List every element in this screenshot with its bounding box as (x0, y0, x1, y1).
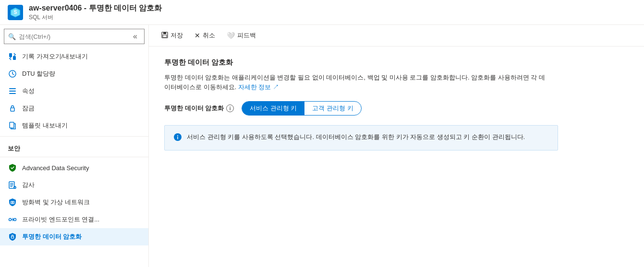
tde-key-toggle-group: 서비스 관리형 키 고객 관리형 키 (242, 101, 361, 116)
svg-rect-23 (163, 35, 167, 37)
cancel-button[interactable]: ✕ 취소 (190, 29, 220, 42)
lock-icon (8, 104, 17, 113)
svg-rect-17 (13, 201, 14, 204)
search-input[interactable] (19, 33, 130, 40)
sidebar-item-import-export[interactable]: 기록 가져오기/내보내기 (0, 48, 148, 65)
tde-sidebar-icon (8, 232, 17, 242)
info-message-box: 서비스 관리형 키를 사용하도록 선택했습니다. 데이터베이스 암호화를 위한 … (164, 125, 558, 151)
import-export-icon (8, 52, 17, 61)
external-link-icon: ↗ (273, 83, 279, 91)
save-button[interactable]: 저장 (157, 29, 188, 42)
sidebar: 🔍 « 기록 가져오기/내보내기 DTU 할당량 속성 (0, 25, 149, 267)
svg-rect-16 (12, 201, 12, 204)
svg-rect-12 (10, 185, 13, 186)
search-icon: 🔍 (8, 33, 16, 40)
tde-options-row: 투명한 데이터 암호화 i 서비스 관리형 키 고객 관리형 키 (164, 101, 629, 116)
firewall-icon (8, 197, 17, 207)
audit-icon (8, 180, 17, 190)
header: S aw-server0406 - 투명한 데이터 암호화 SQL 서버 (0, 0, 644, 25)
learn-more-link[interactable]: 자세한 정보 ↗ (238, 83, 279, 91)
feedback-label: 피드백 (237, 31, 256, 40)
content-area: 저장 ✕ 취소 🤍 피드백 투명한 데이터 암호화 투명한 데이터 암호화는 애… (149, 25, 644, 267)
sidebar-item-label: 템플릿 내보내기 (22, 121, 68, 130)
svg-rect-2 (9, 53, 12, 57)
sidebar-item-tde[interactable]: 투명한 데이터 암호화 (0, 228, 148, 245)
sidebar-item-properties[interactable]: 속성 (0, 82, 148, 100)
sidebar-item-label: DTU 할당량 (22, 70, 55, 78)
customer-managed-key-button[interactable]: 고객 관리형 키 (304, 102, 361, 115)
properties-icon (8, 86, 17, 96)
private-endpoint-icon (8, 215, 17, 224)
svg-rect-13 (10, 186, 12, 187)
sidebar-divider (0, 136, 148, 137)
sidebar-item-label: 방화벽 및 가상 네트워크 (22, 198, 90, 207)
svg-rect-8 (11, 108, 14, 111)
sidebar-item-label: 기록 가져오기/내보내기 (22, 52, 88, 61)
sidebar-item-audit[interactable]: 감사 (0, 176, 148, 194)
collapse-sidebar-button[interactable]: « (130, 31, 140, 42)
sidebar-item-label: 프라이빗 엔드포인트 연결... (22, 215, 99, 224)
sidebar-item-label: 속성 (22, 87, 35, 95)
service-managed-key-button[interactable]: 서비스 관리형 키 (242, 102, 304, 115)
search-box: 🔍 « (4, 29, 145, 44)
cancel-label: 취소 (203, 31, 215, 40)
dtu-icon (8, 69, 17, 79)
info-message-text: 서비스 관리형 키를 사용하도록 선택했습니다. 데이터베이스 암호화를 위한 … (187, 132, 525, 142)
description-text: 투명한 데이터 암호화는 애플리케이션을 변경할 필요 없이 데이터베이스, 백… (164, 74, 545, 91)
azure-sql-icon: S (8, 5, 23, 20)
advanced-data-security-icon (8, 163, 17, 173)
svg-point-26 (177, 135, 178, 136)
svg-rect-25 (177, 137, 178, 139)
header-text: aw-server0406 - 투명한 데이터 암호화 SQL 서버 (29, 3, 162, 22)
sidebar-item-firewall[interactable]: 방화벽 및 가상 네트워크 (0, 194, 148, 211)
sidebar-item-label: 투명한 데이터 암호화 (22, 232, 82, 241)
security-section-label: 보안 (0, 139, 148, 155)
tde-info-icon[interactable]: i (226, 104, 234, 112)
page-title: 투명한 데이터 암호화 (164, 58, 629, 67)
sidebar-item-advanced-data-security[interactable]: Advanced Data Security (0, 159, 148, 176)
cancel-icon: ✕ (194, 32, 200, 39)
feedback-icon: 🤍 (227, 32, 235, 39)
sidebar-item-label: Advanced Data Security (22, 164, 89, 172)
sidebar-item-export-template[interactable]: 템플릿 내보내기 (0, 117, 148, 134)
feedback-button[interactable]: 🤍 피드백 (222, 29, 261, 42)
toolbar: 저장 ✕ 취소 🤍 피드백 (149, 25, 644, 46)
sidebar-item-dtu[interactable]: DTU 할당량 (0, 65, 148, 82)
info-circle-icon (173, 133, 182, 143)
sidebar-item-locks[interactable]: 잠금 (0, 100, 148, 117)
save-label: 저장 (170, 31, 183, 40)
sidebar-item-label: 잠금 (22, 104, 35, 113)
sidebar-item-private-endpoint[interactable]: 프라이빗 엔드포인트 연결... (0, 211, 148, 228)
page-description: 투명한 데이터 암호화는 애플리케이션을 변경할 필요 없이 데이터베이스, 백… (164, 73, 548, 92)
svg-point-18 (9, 219, 12, 221)
svg-text:S: S (14, 10, 17, 15)
tde-option-label: 투명한 데이터 암호화 i (164, 104, 234, 113)
svg-rect-22 (163, 32, 166, 34)
template-icon (8, 121, 17, 130)
page-content: 투명한 데이터 암호화 투명한 데이터 암호화는 애플리케이션을 변경할 필요 … (149, 46, 644, 162)
svg-rect-7 (9, 93, 16, 94)
svg-rect-5 (9, 88, 16, 89)
svg-point-14 (13, 186, 16, 189)
header-title: aw-server0406 - 투명한 데이터 암호화 (29, 3, 162, 13)
svg-rect-9 (10, 122, 14, 128)
save-icon (161, 32, 168, 40)
sidebar-item-label: 감사 (22, 181, 35, 189)
sidebar-divider-2 (0, 157, 148, 157)
svg-rect-11 (10, 183, 13, 184)
svg-rect-6 (9, 91, 16, 92)
svg-rect-3 (13, 56, 16, 60)
header-subtitle: SQL 서버 (29, 13, 162, 22)
